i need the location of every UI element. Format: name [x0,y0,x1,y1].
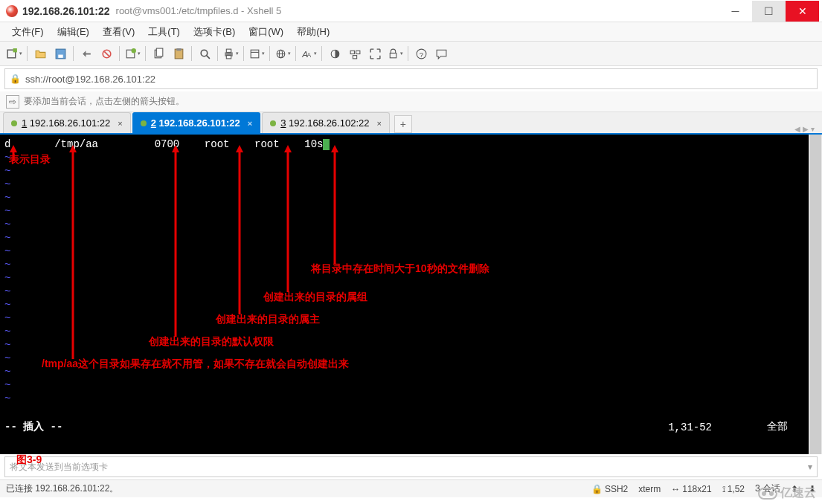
tab-nav-arrows[interactable]: ◀ ▶ ▾ [794,125,819,133]
svg-rect-9 [156,48,163,56]
menu-bar: 文件(F) 编辑(E) 查看(V) 工具(T) 选项卡(B) 窗口(W) 帮助(… [0,22,822,42]
app-icon [6,5,18,17]
figure-label: 图3-9 [16,453,42,467]
menu-edit[interactable]: 编辑(E) [51,23,95,41]
status-bar: 已连接 192.168.26.101:22。 🔒 SSH2 xterm ↔ 11… [0,479,822,497]
tab-1[interactable]: 1 192.168.26.101:22 × [3,112,131,133]
tab-3[interactable]: 3 192.168.26.102:22 × [262,112,390,133]
lock-icon[interactable]: ▾ [385,44,405,63]
close-button[interactable]: ✕ [786,1,819,22]
svg-marker-42 [331,145,338,152]
annotation-arrow-icon [65,145,80,359]
watermark: 亿速云 [758,485,816,501]
terminal-tilde: ~ [4,218,804,231]
new-session-icon[interactable]: ▾ [4,44,24,63]
status-term: xterm [638,484,661,494]
tab-bar: 1 192.168.26.101:22 × 2 192.168.26.101:2… [0,112,822,135]
svg-marker-36 [172,145,179,152]
status-dot-icon [141,120,147,126]
svg-point-7 [132,48,136,53]
dropdown-arrow-icon[interactable]: ▾ [808,462,812,472]
menu-file[interactable]: 文件(F) [6,23,50,41]
tab-label: 3 192.168.26.102:22 [280,117,369,129]
scrollbar-vertical[interactable] [809,135,822,454]
copy-icon[interactable] [149,44,168,63]
lock-small-icon: 🔒 [10,74,21,84]
svg-rect-3 [58,54,62,57]
annotation-label: 创建出来的目录的属主 [216,313,320,326]
svg-rect-17 [251,50,259,58]
status-cursor: ⟟ 1,52 [722,484,745,494]
annotation-label: /tmp/aa这个目录如果存在就不用管，如果不存在就会自动创建出来 [42,358,349,371]
print-icon[interactable]: ▾ [221,44,240,63]
status-size: ↔ 118x21 [671,484,711,494]
paste-icon[interactable] [169,44,188,63]
sessions-icon[interactable] [345,44,365,63]
close-icon[interactable]: × [118,119,122,128]
terminal-tilde: ~ [4,204,804,218]
maximize-button[interactable]: ☐ [752,1,786,22]
annotation-arrow-icon [232,145,247,314]
minimize-button[interactable]: ─ [719,1,752,22]
hint-text: 要添加当前会话，点击左侧的箭头按钮。 [24,95,184,108]
add-session-icon[interactable]: ⇨ [6,95,19,109]
svg-text:?: ? [419,50,423,58]
reconnect-icon[interactable]: ▾ [123,44,142,63]
new-tab-button[interactable]: + [394,115,412,133]
vim-scope: 全部 [767,420,788,433]
terminal-tilde: ~ [4,378,804,392]
disconnect-icon[interactable] [97,44,116,63]
fullscreen-icon[interactable] [365,44,385,63]
terminal-tilde: ~ [4,392,804,405]
svg-rect-11 [176,48,181,51]
close-icon[interactable]: × [248,119,252,128]
chat-icon[interactable] [431,44,451,63]
status-connection: 已连接 192.168.26.101:22。 [6,482,118,495]
address-text: ssh://root@192.168.26.101:22 [25,74,155,85]
annotation-arrow-icon [327,145,342,264]
font-icon[interactable]: AA▾ [299,44,318,63]
open-icon[interactable] [30,44,50,63]
annotation-label: 创建出来的目录的默认权限 [149,335,274,349]
annotation-arrow-icon [168,145,183,337]
search-icon[interactable] [195,44,214,63]
svg-marker-32 [10,145,17,152]
save-icon[interactable] [51,44,70,63]
svg-marker-34 [69,145,77,152]
svg-marker-38 [236,145,243,152]
menu-window[interactable]: 窗口(W) [243,23,289,41]
svg-text:A: A [307,51,312,58]
properties-icon[interactable]: ▾ [247,44,266,63]
watermark-icon [758,488,777,500]
menu-view[interactable]: 查看(V) [97,23,141,41]
terminal-tilde: ~ [4,298,804,311]
status-dot-icon [270,120,276,126]
close-icon[interactable]: × [376,119,381,128]
terminal-tilde: ~ [4,311,804,325]
menu-tabs[interactable]: 选项卡(B) [187,23,241,41]
connect-icon[interactable] [77,44,96,63]
menu-tools[interactable]: 工具(T) [142,23,186,41]
terminal-tilde: ~ [4,325,804,338]
svg-marker-40 [284,145,292,152]
window-subtitle: root@vms001:/etc/tmpfiles.d - Xshell 5 [116,5,282,16]
tab-2[interactable]: 2 192.168.26.101:22 × [132,112,260,133]
send-text-input[interactable]: 将文本发送到当前选项卡 ▾ [4,456,818,477]
hint-bar: ⇨ 要添加当前会话，点击左侧的箭头按钮。 [0,91,822,112]
menu-help[interactable]: 帮助(H) [291,23,335,41]
address-bar[interactable]: 🔒 ssh://root@192.168.26.101:22 [4,68,818,89]
help-icon[interactable]: ? [411,44,431,63]
terminal-tilde: ~ [4,231,804,245]
globe-icon[interactable]: ▾ [273,44,292,63]
scrollbar-thumb[interactable] [810,135,821,454]
terminal[interactable]: d /tmp/aa 0700 root root 10s ~ ~ ~ ~ ~ ~… [0,135,809,454]
tab-label: 2 192.168.26.101:22 [151,117,240,129]
annotation-label: 创建出来的目录的属组 [263,291,367,304]
svg-rect-1 [13,48,17,52]
terminal-tilde: ~ [4,338,804,352]
terminal-tilde: ~ [4,178,804,191]
terminal-tilde: ~ [4,285,804,298]
color-icon[interactable] [325,44,344,63]
svg-rect-27 [353,55,356,58]
svg-rect-25 [350,51,354,54]
